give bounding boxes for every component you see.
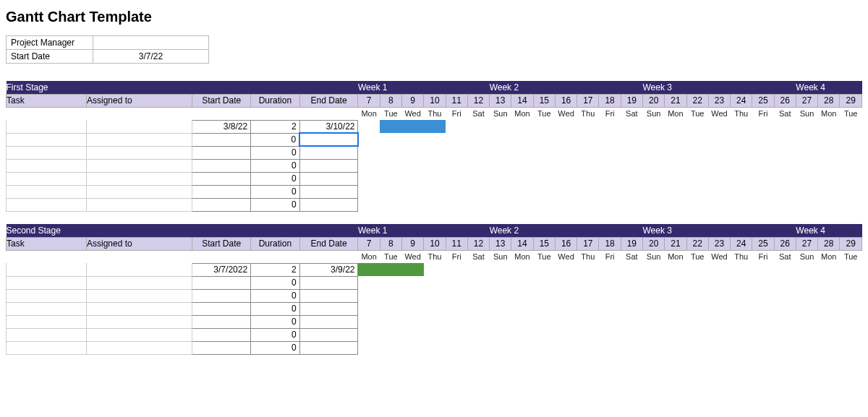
end-date-cell[interactable]: [299, 328, 358, 341]
task-cell[interactable]: [7, 120, 87, 133]
end-date-cell[interactable]: [299, 198, 358, 211]
duration-cell[interactable]: 0: [251, 315, 300, 328]
duration-cell[interactable]: 0: [251, 185, 300, 198]
assigned-cell[interactable]: [87, 198, 192, 211]
gantt-day-cell: [358, 133, 380, 146]
duration-cell[interactable]: 0: [251, 159, 300, 172]
assigned-cell[interactable]: [87, 133, 192, 146]
gantt-day-cell: [840, 341, 862, 354]
end-date-cell[interactable]: [299, 159, 358, 172]
duration-cell[interactable]: 0: [251, 133, 300, 146]
assigned-cell[interactable]: [87, 328, 192, 341]
task-row[interactable]: 3/7/202223/9/22: [7, 263, 862, 276]
start-date-cell[interactable]: [192, 341, 251, 354]
assigned-cell[interactable]: [87, 263, 192, 276]
task-cell[interactable]: [7, 133, 87, 146]
task-row[interactable]: 0: [7, 328, 862, 341]
assigned-cell[interactable]: [87, 276, 192, 289]
duration-cell[interactable]: 0: [251, 341, 300, 354]
end-date-cell[interactable]: 3/10/22: [299, 120, 358, 133]
start-date-cell[interactable]: [192, 302, 251, 315]
assigned-cell[interactable]: [87, 341, 192, 354]
task-row[interactable]: 0: [7, 185, 862, 198]
start-date-cell[interactable]: [192, 185, 251, 198]
gantt-grid[interactable]: First StageWeek 1Week 2Week 3Week 4TaskA…: [6, 81, 862, 355]
task-cell[interactable]: [7, 328, 87, 341]
task-cell[interactable]: [7, 315, 87, 328]
start-date-cell[interactable]: [192, 133, 251, 146]
end-date-cell[interactable]: [299, 133, 358, 146]
start-date-cell[interactable]: [192, 276, 251, 289]
task-row[interactable]: 0: [7, 302, 862, 315]
duration-cell[interactable]: 0: [251, 146, 300, 159]
start-date-cell[interactable]: [192, 315, 251, 328]
task-row[interactable]: 0: [7, 172, 862, 185]
gantt-day-cell: [533, 302, 555, 315]
start-date-cell[interactable]: [192, 328, 251, 341]
task-cell[interactable]: [7, 263, 87, 276]
start-date-cell[interactable]: 3/7/2022: [192, 263, 251, 276]
end-date-cell[interactable]: [299, 289, 358, 302]
task-row[interactable]: 0: [7, 159, 862, 172]
task-cell[interactable]: [7, 341, 87, 354]
task-cell[interactable]: [7, 146, 87, 159]
assigned-cell[interactable]: [87, 120, 192, 133]
gantt-day-cell: [424, 159, 446, 172]
task-cell[interactable]: [7, 276, 87, 289]
task-cell[interactable]: [7, 185, 87, 198]
start-date-value-cell[interactable]: 3/7/22: [93, 50, 209, 64]
start-date-cell[interactable]: [192, 289, 251, 302]
task-row[interactable]: 0: [7, 289, 862, 302]
gantt-day-cell: [796, 328, 817, 341]
task-cell[interactable]: [7, 289, 87, 302]
assigned-cell[interactable]: [87, 159, 192, 172]
end-date-cell[interactable]: [299, 276, 358, 289]
gantt-day-cell: [818, 120, 840, 133]
duration-cell[interactable]: 0: [251, 289, 300, 302]
assigned-cell[interactable]: [87, 315, 192, 328]
assigned-cell[interactable]: [87, 172, 192, 185]
duration-cell[interactable]: 0: [251, 276, 300, 289]
end-date-cell[interactable]: [299, 172, 358, 185]
col-start: Start Date: [192, 237, 251, 250]
task-row[interactable]: 3/8/2223/10/22: [7, 120, 862, 133]
end-date-cell[interactable]: 3/9/22: [299, 263, 358, 276]
end-date-cell[interactable]: [299, 341, 358, 354]
gantt-day-cell: [555, 120, 576, 133]
start-date-cell[interactable]: [192, 198, 251, 211]
assigned-cell[interactable]: [87, 146, 192, 159]
day-number: 25: [752, 237, 774, 250]
start-date-cell[interactable]: [192, 146, 251, 159]
duration-cell[interactable]: 0: [251, 302, 300, 315]
task-cell[interactable]: [7, 159, 87, 172]
start-date-cell[interactable]: [192, 172, 251, 185]
task-row[interactable]: 0: [7, 133, 862, 146]
end-date-cell[interactable]: [299, 185, 358, 198]
task-cell[interactable]: [7, 198, 87, 211]
duration-cell[interactable]: 2: [251, 120, 300, 133]
start-date-cell[interactable]: 3/8/22: [192, 120, 251, 133]
week-4-label: Week 4: [796, 81, 861, 94]
end-date-cell[interactable]: [299, 315, 358, 328]
task-row[interactable]: 0: [7, 276, 862, 289]
task-row[interactable]: 0: [7, 198, 862, 211]
gantt-day-cell: [840, 276, 862, 289]
task-row[interactable]: 0: [7, 146, 862, 159]
task-cell[interactable]: [7, 302, 87, 315]
assigned-cell[interactable]: [87, 185, 192, 198]
duration-cell[interactable]: 0: [251, 328, 300, 341]
assigned-cell[interactable]: [87, 302, 192, 315]
end-date-cell[interactable]: [299, 302, 358, 315]
task-row[interactable]: 0: [7, 315, 862, 328]
start-date-cell[interactable]: [192, 159, 251, 172]
duration-cell[interactable]: 0: [251, 198, 300, 211]
pm-value-cell[interactable]: [93, 36, 209, 50]
week-3-label: Week 3: [643, 81, 796, 94]
duration-cell[interactable]: 2: [251, 263, 300, 276]
task-row[interactable]: 0: [7, 341, 862, 354]
assigned-cell[interactable]: [87, 289, 192, 302]
duration-cell[interactable]: 0: [251, 172, 300, 185]
gantt-day-cell: [643, 302, 665, 315]
task-cell[interactable]: [7, 172, 87, 185]
end-date-cell[interactable]: [299, 146, 358, 159]
